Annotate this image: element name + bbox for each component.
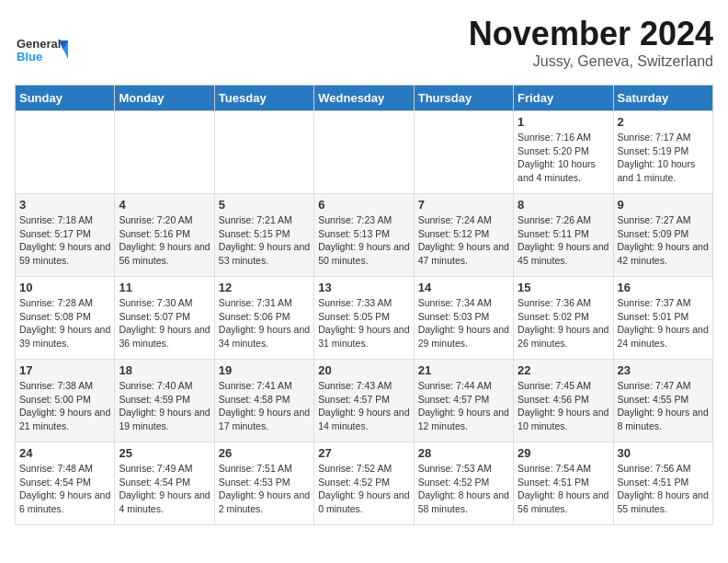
cell-info: Sunrise: 7:28 AM Sunset: 5:08 PM Dayligh…	[19, 296, 110, 350]
calendar-cell: 5Sunrise: 7:21 AM Sunset: 5:15 PM Daylig…	[214, 194, 313, 277]
calendar-cell: 15Sunrise: 7:36 AM Sunset: 5:02 PM Dayli…	[514, 277, 613, 360]
day-number: 6	[318, 198, 409, 212]
calendar-cell: 26Sunrise: 7:51 AM Sunset: 4:53 PM Dayli…	[214, 442, 313, 525]
day-number: 22	[518, 363, 609, 377]
cell-info: Sunrise: 7:17 AM Sunset: 5:19 PM Dayligh…	[618, 131, 709, 185]
day-number: 7	[418, 198, 509, 212]
calendar-cell: 27Sunrise: 7:52 AM Sunset: 4:52 PM Dayli…	[314, 442, 414, 525]
calendar-cell	[414, 111, 513, 194]
cell-info: Sunrise: 7:26 AM Sunset: 5:11 PM Dayligh…	[518, 213, 609, 268]
cell-info: Sunrise: 7:49 AM Sunset: 4:54 PM Dayligh…	[119, 462, 210, 516]
calendar-cell: 13Sunrise: 7:33 AM Sunset: 5:05 PM Dayli…	[314, 277, 414, 360]
calendar-cell: 12Sunrise: 7:31 AM Sunset: 5:06 PM Dayli…	[214, 277, 313, 360]
cell-info: Sunrise: 7:23 AM Sunset: 5:13 PM Dayligh…	[318, 213, 409, 268]
calendar-cell: 14Sunrise: 7:34 AM Sunset: 5:03 PM Dayli…	[414, 277, 513, 360]
day-number: 26	[219, 446, 310, 460]
calendar-cell: 23Sunrise: 7:47 AM Sunset: 4:55 PM Dayli…	[613, 360, 712, 442]
cell-info: Sunrise: 7:37 AM Sunset: 5:01 PM Dayligh…	[618, 296, 709, 350]
cell-info: Sunrise: 7:38 AM Sunset: 5:00 PM Dayligh…	[19, 379, 110, 433]
cell-info: Sunrise: 7:51 AM Sunset: 4:53 PM Dayligh…	[219, 462, 310, 516]
calendar-cell: 17Sunrise: 7:38 AM Sunset: 5:00 PM Dayli…	[16, 360, 115, 442]
calendar-cell: 22Sunrise: 7:45 AM Sunset: 4:56 PM Dayli…	[514, 360, 613, 442]
calendar-cell: 21Sunrise: 7:44 AM Sunset: 4:57 PM Dayli…	[414, 360, 513, 442]
cell-info: Sunrise: 7:47 AM Sunset: 4:55 PM Dayligh…	[618, 379, 709, 433]
day-number: 13	[318, 281, 409, 294]
day-number: 10	[19, 281, 110, 294]
column-header-wednesday: Wednesday	[314, 86, 414, 111]
day-number: 29	[518, 446, 609, 460]
day-number: 18	[119, 363, 210, 377]
svg-text:Blue: Blue	[17, 50, 42, 63]
location-subtitle: Jussy, Geneva, Switzerland	[469, 53, 713, 70]
day-number: 19	[219, 363, 310, 377]
day-number: 24	[19, 446, 110, 460]
day-number: 5	[219, 198, 310, 212]
cell-info: Sunrise: 7:33 AM Sunset: 5:05 PM Dayligh…	[318, 296, 409, 350]
calendar-cell: 9Sunrise: 7:27 AM Sunset: 5:09 PM Daylig…	[613, 194, 712, 277]
cell-info: Sunrise: 7:43 AM Sunset: 4:57 PM Dayligh…	[318, 379, 409, 433]
cell-info: Sunrise: 7:36 AM Sunset: 5:02 PM Dayligh…	[518, 296, 609, 350]
cell-info: Sunrise: 7:20 AM Sunset: 5:16 PM Dayligh…	[119, 213, 210, 268]
cell-info: Sunrise: 7:44 AM Sunset: 4:57 PM Dayligh…	[418, 379, 509, 433]
calendar-cell: 16Sunrise: 7:37 AM Sunset: 5:01 PM Dayli…	[613, 277, 712, 360]
day-number: 12	[219, 281, 310, 294]
day-number: 14	[418, 281, 509, 294]
day-number: 11	[119, 281, 210, 294]
calendar-cell: 4Sunrise: 7:20 AM Sunset: 5:16 PM Daylig…	[115, 194, 214, 277]
cell-info: Sunrise: 7:54 AM Sunset: 4:51 PM Dayligh…	[518, 462, 609, 516]
calendar-cell: 30Sunrise: 7:56 AM Sunset: 4:51 PM Dayli…	[613, 442, 712, 525]
calendar-cell: 20Sunrise: 7:43 AM Sunset: 4:57 PM Dayli…	[314, 360, 414, 442]
calendar-cell: 3Sunrise: 7:18 AM Sunset: 5:17 PM Daylig…	[16, 194, 115, 277]
calendar-cell: 11Sunrise: 7:30 AM Sunset: 5:07 PM Dayli…	[115, 277, 214, 360]
day-number: 3	[19, 198, 110, 212]
calendar-cell: 18Sunrise: 7:40 AM Sunset: 4:59 PM Dayli…	[115, 360, 214, 442]
cell-info: Sunrise: 7:53 AM Sunset: 4:52 PM Dayligh…	[418, 462, 509, 516]
calendar-cell: 19Sunrise: 7:41 AM Sunset: 4:58 PM Dayli…	[214, 360, 313, 442]
day-number: 1	[518, 115, 609, 129]
calendar-cell: 7Sunrise: 7:24 AM Sunset: 5:12 PM Daylig…	[414, 194, 513, 277]
day-number: 21	[418, 363, 509, 377]
cell-info: Sunrise: 7:18 AM Sunset: 5:17 PM Dayligh…	[19, 213, 110, 268]
column-header-tuesday: Tuesday	[214, 86, 313, 111]
column-header-thursday: Thursday	[414, 86, 513, 111]
day-number: 4	[119, 198, 210, 212]
cell-info: Sunrise: 7:45 AM Sunset: 4:56 PM Dayligh…	[518, 379, 609, 433]
logo-icon: General Blue	[15, 33, 70, 70]
day-number: 16	[618, 281, 709, 294]
calendar-cell: 10Sunrise: 7:28 AM Sunset: 5:08 PM Dayli…	[16, 277, 115, 360]
cell-info: Sunrise: 7:34 AM Sunset: 5:03 PM Dayligh…	[418, 296, 509, 350]
logo: General Blue	[15, 33, 70, 74]
day-number: 15	[518, 281, 609, 294]
cell-info: Sunrise: 7:27 AM Sunset: 5:09 PM Dayligh…	[618, 213, 709, 268]
calendar-cell	[16, 111, 115, 194]
calendar-cell: 25Sunrise: 7:49 AM Sunset: 4:54 PM Dayli…	[115, 442, 214, 525]
calendar-cell: 1Sunrise: 7:16 AM Sunset: 5:20 PM Daylig…	[514, 111, 613, 194]
calendar-cell: 28Sunrise: 7:53 AM Sunset: 4:52 PM Dayli…	[414, 442, 513, 525]
cell-info: Sunrise: 7:30 AM Sunset: 5:07 PM Dayligh…	[119, 296, 210, 350]
calendar-cell	[214, 111, 313, 194]
calendar-cell	[115, 111, 214, 194]
calendar-cell: 2Sunrise: 7:17 AM Sunset: 5:19 PM Daylig…	[613, 111, 712, 194]
cell-info: Sunrise: 7:31 AM Sunset: 5:06 PM Dayligh…	[219, 296, 310, 350]
cell-info: Sunrise: 7:41 AM Sunset: 4:58 PM Dayligh…	[219, 379, 310, 433]
day-number: 27	[318, 446, 409, 460]
cell-info: Sunrise: 7:56 AM Sunset: 4:51 PM Dayligh…	[618, 462, 709, 516]
cell-info: Sunrise: 7:24 AM Sunset: 5:12 PM Dayligh…	[418, 213, 509, 268]
calendar-cell	[314, 111, 414, 194]
cell-info: Sunrise: 7:16 AM Sunset: 5:20 PM Dayligh…	[518, 131, 609, 185]
day-number: 2	[618, 115, 709, 129]
column-header-monday: Monday	[115, 86, 214, 111]
column-header-saturday: Saturday	[613, 86, 712, 111]
month-title: November 2024	[469, 15, 713, 53]
calendar-cell: 8Sunrise: 7:26 AM Sunset: 5:11 PM Daylig…	[514, 194, 613, 277]
calendar-cell: 29Sunrise: 7:54 AM Sunset: 4:51 PM Dayli…	[514, 442, 613, 525]
cell-info: Sunrise: 7:52 AM Sunset: 4:52 PM Dayligh…	[318, 462, 409, 516]
day-number: 25	[119, 446, 210, 460]
calendar-cell: 6Sunrise: 7:23 AM Sunset: 5:13 PM Daylig…	[314, 194, 414, 277]
svg-text:General: General	[17, 37, 61, 51]
title-section: November 2024 Jussy, Geneva, Switzerland	[469, 15, 713, 70]
day-number: 20	[318, 363, 409, 377]
cell-info: Sunrise: 7:40 AM Sunset: 4:59 PM Dayligh…	[119, 379, 210, 433]
cell-info: Sunrise: 7:48 AM Sunset: 4:54 PM Dayligh…	[19, 462, 110, 516]
day-number: 28	[418, 446, 509, 460]
